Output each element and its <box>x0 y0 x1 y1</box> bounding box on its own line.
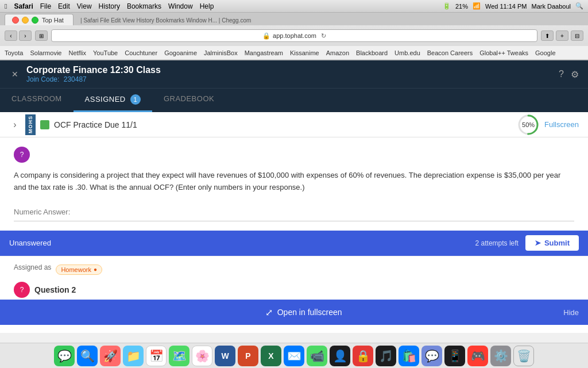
app-name[interactable]: Safari <box>14 2 33 10</box>
dock: 💬 🔍 🚀 📁 📅 🗺️ 🌸 W P X ✉️ 📹 👤 🔒 🎵 🛍️ 💬 📱 🎮… <box>0 343 588 368</box>
wifi-icon: 📶 <box>473 2 481 10</box>
dock-privacy[interactable]: 🔒 <box>353 346 373 366</box>
dock-powerpoint[interactable]: P <box>238 346 258 366</box>
progress-circle: 50% <box>517 113 540 136</box>
dock-maps[interactable]: 🗺️ <box>169 346 189 366</box>
bookmark-google[interactable]: Google <box>535 49 555 56</box>
dock-person[interactable]: 👤 <box>330 346 350 366</box>
open-fullscreen-bar[interactable]: ⤢ Open in fullscreen Hide <box>0 300 588 325</box>
dock-excel[interactable]: X <box>261 346 281 366</box>
open-fullscreen-label: Open in fullscreen <box>277 308 342 317</box>
bookmark-mangastream[interactable]: Mangastream <box>245 49 283 56</box>
tab-gradebook[interactable]: GRADEBOOK <box>152 89 226 112</box>
dock-music[interactable]: 🎵 <box>376 346 396 366</box>
dock-files[interactable]: 📁 <box>123 346 144 366</box>
menu-view[interactable]: View <box>77 2 92 10</box>
bookmark-couchtuner[interactable]: Couchtuner <box>125 49 157 56</box>
dock-appstore[interactable]: 🛍️ <box>399 346 419 366</box>
battery-icon: 🔋 <box>443 2 451 10</box>
close-window-button[interactable] <box>12 17 19 24</box>
join-code-value: 230487 <box>64 75 87 83</box>
tab-label-2[interactable]: | Safari File Edit View History Bookmark… <box>80 17 251 24</box>
question1-status-bar: Unanswered 2 attempts left ➤ Submit <box>0 231 588 256</box>
bookmark-kissanime[interactable]: Kissanime <box>290 49 319 56</box>
minimize-window-button[interactable] <box>22 17 29 24</box>
bookmark-toyota[interactable]: Toyota <box>5 49 23 56</box>
hide-button[interactable]: Hide <box>563 308 579 317</box>
submit-button[interactable]: ➤ Submit <box>525 235 579 251</box>
bookmark-beacon[interactable]: Beacon Careers <box>427 49 473 56</box>
bookmark-umb[interactable]: Umb.edu <box>394 49 420 56</box>
reload-icon[interactable]: ↻ <box>321 32 326 40</box>
dock-iphone[interactable]: 📱 <box>444 346 465 366</box>
assignment-title: OCF Practice Due 11/1 <box>54 120 517 129</box>
tab-overview-button[interactable]: ⊞ <box>35 30 48 41</box>
tab-gradebook-label: GRADEBOOK <box>164 94 214 103</box>
back-button[interactable]: ‹ <box>5 30 17 41</box>
dock-gamecenter[interactable]: 🎮 <box>467 346 488 366</box>
address-bar[interactable]: 🔒 app.tophat.com ↻ <box>51 29 537 42</box>
close-button[interactable]: ✕ <box>9 68 21 80</box>
time-display: Wed 11:14 PM <box>485 3 527 10</box>
maximize-window-button[interactable] <box>32 17 38 24</box>
mohs-badge: MOHS <box>25 114 36 135</box>
menu-bookmarks[interactable]: Bookmarks <box>127 2 161 10</box>
tab-assigned[interactable]: ASSIGNED 1 <box>74 89 152 112</box>
menu-file[interactable]: File <box>40 2 51 10</box>
menu-help[interactable]: Help <box>200 2 214 10</box>
tab-label-1[interactable]: Top Hat <box>42 17 64 24</box>
dock-discord[interactable]: 💬 <box>421 346 442 366</box>
numeric-answer-input[interactable] <box>14 203 574 221</box>
fullscreen-link[interactable]: Fullscreen <box>544 120 579 129</box>
menu-bar:  Safari File Edit View History Bookmark… <box>0 0 588 13</box>
question1-text: A company is considering a project that … <box>14 170 574 194</box>
bookmark-blackboard[interactable]: Blackboard <box>356 49 388 56</box>
bookmark-jalminisbox[interactable]: JalminisBox <box>204 49 238 56</box>
dock-trash[interactable]: 🗑️ <box>513 346 534 366</box>
submit-icon: ➤ <box>535 239 541 247</box>
tab-classroom-label: CLASSROOM <box>11 94 62 103</box>
share-button[interactable]: ⬆ <box>541 30 554 41</box>
menu-history[interactable]: History <box>99 2 120 10</box>
dock-mail[interactable]: ✉️ <box>284 346 304 366</box>
sidebar-button[interactable]: ⊟ <box>571 30 583 41</box>
dock-finder[interactable]: 🔍 <box>77 346 98 366</box>
help-icon[interactable]: ? <box>559 69 564 80</box>
bookmark-netflix[interactable]: Netflix <box>68 49 86 56</box>
dock-word[interactable]: W <box>215 346 235 366</box>
bookmark-gogoanime[interactable]: Gogoanime <box>164 49 197 56</box>
dock-systemprefs[interactable]: ⚙️ <box>490 346 511 366</box>
tab-classroom[interactable]: CLASSROOM <box>0 89 74 112</box>
attempts-left-text: 2 attempts left <box>475 239 519 247</box>
app-header: ✕ Corporate Finance 12:30 Class Join Cod… <box>0 60 588 88</box>
menu-window[interactable]: Window <box>168 2 193 10</box>
dock-photos[interactable]: 🌸 <box>192 346 212 366</box>
url-text[interactable]: app.tophat.com <box>273 32 316 39</box>
unanswered-status: Unanswered <box>9 239 51 247</box>
bookmarks-bar: Toyota Solarmovie Netflix YouTube Coucht… <box>0 46 588 60</box>
sidebar-toggle-button[interactable]: › <box>9 119 21 131</box>
forward-button[interactable]: › <box>19 30 32 41</box>
apple-menu[interactable]:  <box>5 2 7 10</box>
expand-icon: ⤢ <box>265 307 273 318</box>
question1-circle-icon: ? <box>14 147 30 163</box>
dock-messages[interactable]: 💬 <box>54 346 75 366</box>
browser-tab-2[interactable]: | Safari File Edit View History Bookmark… <box>74 15 258 25</box>
bookmark-youtube[interactable]: YouTube <box>93 49 118 56</box>
bookmark-globalplus[interactable]: Global++ Tweaks <box>479 49 528 56</box>
bookmark-solarmovie[interactable]: Solarmovie <box>30 49 61 56</box>
dock-calendar[interactable]: 📅 <box>146 346 167 366</box>
search-icon[interactable]: 🔍 <box>575 2 583 10</box>
new-tab-button[interactable]: + <box>556 30 568 41</box>
browser-tab-active[interactable]: Top Hat <box>5 14 74 25</box>
question2-circle-icon: ? <box>14 282 30 298</box>
user-name: Mark Daaboul <box>532 3 571 10</box>
dock-facetime[interactable]: 📹 <box>307 346 327 366</box>
menu-edit[interactable]: Edit <box>58 2 70 10</box>
dock-launchpad[interactable]: 🚀 <box>100 346 121 366</box>
settings-icon[interactable]: ⚙ <box>571 69 579 80</box>
homework-icon: ● <box>94 266 97 273</box>
bookmark-amazon[interactable]: Amazon <box>326 49 349 56</box>
assignment-type-icon <box>40 120 49 129</box>
battery-level: 21% <box>455 3 468 10</box>
